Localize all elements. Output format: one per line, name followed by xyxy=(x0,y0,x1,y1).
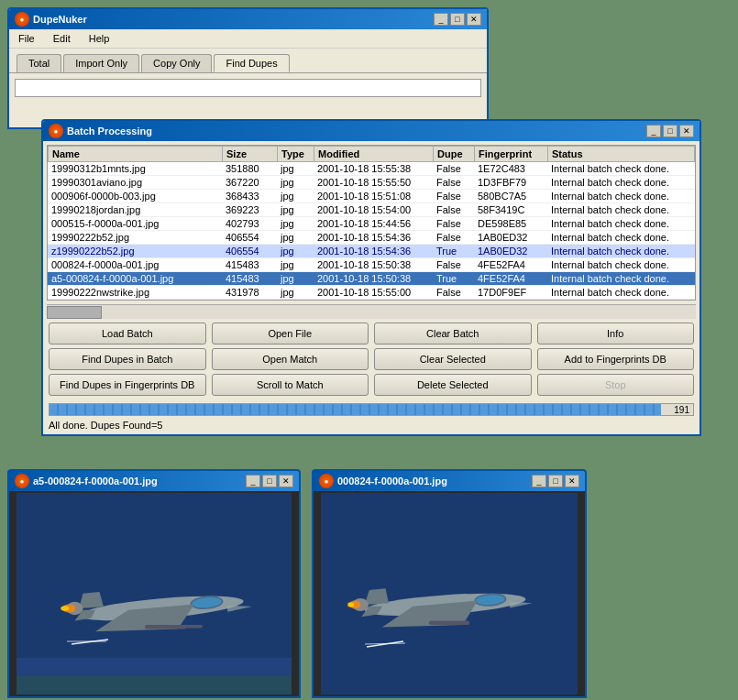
cell-status: Internal batch check done. xyxy=(547,231,695,245)
clear-batch-button[interactable]: Clear Batch xyxy=(374,323,532,345)
cell-size: 402793 xyxy=(222,217,277,231)
img1-icon: ● xyxy=(15,474,29,488)
cell-modified: 2001-10-18 15:54:36 xyxy=(314,245,433,258)
jet-image-1 xyxy=(17,493,292,695)
cell-name: 19990222nwstrike.jpg xyxy=(48,286,222,300)
menu-file[interactable]: File xyxy=(13,31,40,46)
cell-dupe: False xyxy=(433,217,474,231)
file-table-body: 19990312b1mnts.jpg 351880 jpg 2001-10-18… xyxy=(48,162,695,301)
scroll-to-match-button[interactable]: Scroll to Match xyxy=(212,374,369,396)
img1-title-bar: ● a5-000824-f-0000a-001.jpg _ □ ✕ xyxy=(9,471,299,491)
svg-rect-11 xyxy=(170,625,203,629)
table-row[interactable]: 19990222b52.jpg 406554 jpg 2001-10-18 15… xyxy=(48,231,695,245)
cell-dupe: False xyxy=(433,258,474,272)
table-row[interactable]: 19990222nwstrike.jpg 431978 jpg 2001-10-… xyxy=(48,286,695,300)
cell-modified: 2001-10-18 15:51:08 xyxy=(314,190,433,203)
delete-selected-button[interactable]: Delete Selected xyxy=(374,374,532,396)
load-batch-button[interactable]: Load Batch xyxy=(49,323,206,345)
col-type[interactable]: Type xyxy=(278,147,314,162)
tab-copy[interactable]: Copy Only xyxy=(141,54,212,72)
table-row[interactable]: 000906f-0000b-003.jpg 368433 jpg 2001-10… xyxy=(48,190,695,203)
img2-close[interactable]: ✕ xyxy=(565,475,579,487)
close-button[interactable]: ✕ xyxy=(467,13,481,26)
col-size[interactable]: Size xyxy=(223,147,278,162)
progress-bar-fill xyxy=(50,404,661,415)
minimize-button[interactable]: _ xyxy=(434,13,448,26)
tab-import[interactable]: Import Only xyxy=(63,54,139,72)
table-row[interactable]: y19990222nwstrike.jpg 431978 jpg 2001-10… xyxy=(48,300,695,301)
table-row[interactable]: 19990218jordan.jpg 369223 jpg 2001-10-18… xyxy=(48,203,695,217)
cell-fingerprint: 4FE52FA4 xyxy=(474,258,547,272)
batch-window-controls: _ □ ✕ xyxy=(646,125,694,137)
clear-selected-button[interactable]: Clear Selected xyxy=(374,348,532,370)
svg-rect-26 xyxy=(429,621,469,625)
cell-type: jpg xyxy=(277,231,314,245)
cell-size: 368433 xyxy=(222,190,277,203)
col-name[interactable]: Name xyxy=(49,147,223,162)
tabs-area: Total Import Only Copy Only Find Dupes xyxy=(9,49,487,72)
main-window: ● DupeNuker _ □ ✕ File Edit Help Total I… xyxy=(7,7,489,129)
cell-type: jpg xyxy=(277,258,314,272)
cell-name: 19990301aviano.jpg xyxy=(48,176,222,190)
cell-dupe: False xyxy=(433,190,474,203)
cell-dupe: True xyxy=(433,272,474,286)
table-row[interactable]: a5-000824-f-0000a-001.jpg 415483 jpg 200… xyxy=(48,272,695,286)
cell-fingerprint: 17D0F9EF xyxy=(474,300,547,301)
img2-content xyxy=(314,491,585,696)
batch-maximize-button[interactable]: □ xyxy=(663,125,677,137)
info-button[interactable]: Info xyxy=(537,323,695,345)
menu-help[interactable]: Help xyxy=(83,31,116,46)
col-modified[interactable]: Modified xyxy=(314,147,434,162)
cell-status: Internal batch check done. xyxy=(547,258,695,272)
cell-name: 000906f-0000b-003.jpg xyxy=(48,190,222,203)
cell-fingerprint: 58F3419C xyxy=(474,203,547,217)
cell-type: jpg xyxy=(277,245,314,258)
col-fingerprint[interactable]: Fingerprint xyxy=(475,147,548,162)
status-bar: All done. Dupes Found=5 xyxy=(43,418,699,434)
img2-title-bar: ● 000824-f-0000a-001.jpg _ □ ✕ xyxy=(314,471,585,491)
tab-finddupes[interactable]: Find Dupes xyxy=(214,54,289,72)
add-fingerprints-button[interactable]: Add to Fingerprints DB xyxy=(537,348,695,370)
find-dupes-batch-button[interactable]: Find Dupes in Batch xyxy=(49,348,206,370)
table-row[interactable]: 000824-f-0000a-001.jpg 415483 jpg 2001-1… xyxy=(48,258,695,272)
main-window-title: DupeNuker xyxy=(33,14,87,25)
cell-dupe: False xyxy=(433,286,474,300)
cell-fingerprint: 1AB0ED32 xyxy=(474,231,547,245)
file-table: Name Size Type Modified Dupe Fingerprint… xyxy=(48,146,695,162)
col-status[interactable]: Status xyxy=(548,147,695,162)
button-row-1: Load Batch Open File Clear Batch Info xyxy=(49,323,694,345)
horizontal-scrollbar[interactable] xyxy=(47,304,696,319)
cell-status: Internal batch check done. xyxy=(547,162,695,176)
img2-maximize[interactable]: □ xyxy=(548,475,563,487)
open-file-button[interactable]: Open File xyxy=(212,323,369,345)
h-scroll-thumb[interactable] xyxy=(47,306,102,319)
stop-button[interactable]: Stop xyxy=(537,374,695,396)
table-row[interactable]: 000515-f-0000a-001.jpg 402793 jpg 2001-1… xyxy=(48,217,695,231)
batch-close-button[interactable]: ✕ xyxy=(679,125,694,137)
img2-minimize[interactable]: _ xyxy=(532,475,546,487)
progress-bar: 191 xyxy=(49,403,694,416)
cell-size: 369223 xyxy=(222,203,277,217)
cell-dupe: True xyxy=(433,300,474,301)
cell-size: 367220 xyxy=(222,176,277,190)
batch-window-title: Batch Processing xyxy=(67,126,152,137)
table-row[interactable]: 19990312b1mnts.jpg 351880 jpg 2001-10-18… xyxy=(48,162,695,176)
img1-minimize[interactable]: _ xyxy=(246,475,260,487)
table-row[interactable]: z19990222b52.jpg 406554 jpg 2001-10-18 1… xyxy=(48,245,695,258)
col-dupe[interactable]: Dupe xyxy=(434,147,475,162)
batch-minimize-button[interactable]: _ xyxy=(646,125,661,137)
table-scroll-body[interactable]: 19990312b1mnts.jpg 351880 jpg 2001-10-18… xyxy=(48,162,695,301)
find-dupes-fp-button[interactable]: Find Dupes in Fingerprints DB xyxy=(49,374,206,396)
img1-maximize[interactable]: □ xyxy=(262,475,277,487)
path-input[interactable] xyxy=(15,79,481,97)
tab-total[interactable]: Total xyxy=(17,54,61,72)
open-match-button[interactable]: Open Match xyxy=(212,348,369,370)
img1-close[interactable]: ✕ xyxy=(279,475,293,487)
img1-content xyxy=(9,491,299,696)
menu-edit[interactable]: Edit xyxy=(48,31,76,46)
cell-dupe: True xyxy=(433,245,474,258)
maximize-button[interactable]: □ xyxy=(450,13,465,26)
table-row[interactable]: 19990301aviano.jpg 367220 jpg 2001-10-18… xyxy=(48,176,695,190)
cell-size: 406554 xyxy=(222,245,277,258)
cell-name: a5-000824-f-0000a-001.jpg xyxy=(48,272,222,286)
